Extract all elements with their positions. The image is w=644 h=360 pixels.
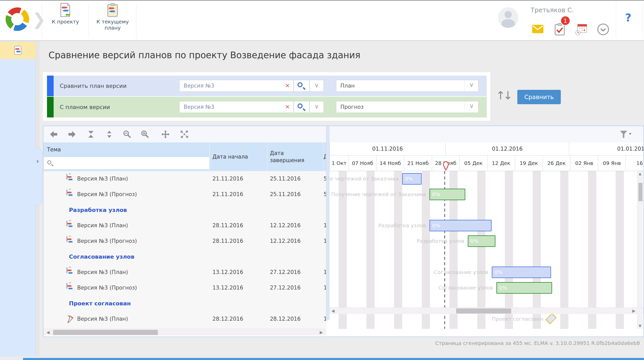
scrollbar-right-arrow[interactable]: ▶ [320, 330, 323, 335]
more-menu-icon[interactable] [597, 23, 609, 35]
table-row[interactable]: Версия №3 (Прогноз)28.11.201612.12.20161… [43, 233, 326, 249]
fit-screen-icon[interactable] [180, 130, 188, 138]
bar-progress-value: 0% [497, 283, 552, 293]
zoom-in-icon[interactable] [141, 130, 149, 138]
group-row[interactable]: Разработка узлов [43, 202, 326, 218]
table-row[interactable]: Версия №3 (План)28.11.201612.12.201615 [43, 218, 326, 233]
chevron-down-icon: ∨ [314, 82, 319, 89]
row-end-date: 25.11.2016 [270, 187, 301, 202]
compare-button[interactable]: Сравнить [517, 90, 561, 104]
grid-horizontal-scrollbar[interactable]: ◀ ▶ [43, 329, 326, 335]
filter-icon[interactable] [619, 130, 631, 138]
plan-type2-select[interactable]: Прогноз ∨ [336, 101, 479, 113]
table-row[interactable]: Версия №3 (Прогноз)13.12.201627.12.20161… [43, 280, 326, 296]
messages-icon[interactable] [532, 25, 543, 33]
header-separator [89, 3, 89, 38]
help-button[interactable]: ? [625, 11, 631, 24]
tasks-badge: 1 [560, 16, 570, 26]
gantt-bar-blue[interactable]: 0% [430, 220, 492, 231]
gantt-week-label: 02 Янв [570, 155, 598, 171]
bar-progress-value: 0% [468, 236, 495, 246]
expand-rows-icon[interactable] [105, 130, 113, 138]
swap-versions-button[interactable]: ↑↓ [496, 89, 511, 104]
column-separator [209, 142, 210, 171]
plan-type2-value: Прогноз [340, 104, 364, 110]
to-current-plan-button[interactable]: К текущему плану [89, 3, 136, 39]
comparison-panel: Тема Дата начала Дата завершения Д Верси… [43, 126, 644, 337]
row-start-date: 28.12.2016 [212, 327, 243, 329]
user-avatar[interactable] [498, 7, 518, 28]
elma-logo-icon[interactable] [6, 7, 29, 31]
table-row[interactable]: Версия №3 (План)21.11.201625.11.20165 [43, 171, 326, 187]
gantt-week-label: 12 Дек [487, 155, 515, 171]
version1-search-button[interactable] [294, 80, 309, 92]
scroll-right-icon[interactable] [68, 130, 76, 138]
scrollbar-left-arrow[interactable]: ◀ [331, 308, 335, 313]
collapse-rows-icon[interactable] [87, 130, 95, 138]
gantt-week-label: 1 Окт [329, 155, 349, 171]
group-row[interactable]: Согласование узлов [43, 249, 326, 265]
search-icon [297, 103, 303, 109]
panel-splitter[interactable] [326, 126, 329, 320]
theme-search-input[interactable] [43, 157, 209, 170]
plan-version-icon [66, 221, 67, 226]
pan-icon[interactable] [161, 130, 170, 138]
gantt-vertical-scrollbar[interactable]: ▲▼ [637, 171, 643, 329]
to-project-button[interactable]: К проекту [42, 3, 89, 39]
gantt-milestone-diamond[interactable] [545, 313, 557, 325]
scrollbar-up-arrow[interactable]: ▲ [639, 172, 641, 176]
table-row[interactable]: Версия №3 (Прогноз)28.12.201628.12.20161 [43, 327, 326, 329]
scroll-left-icon[interactable] [50, 130, 58, 138]
user-name[interactable]: Третьяков С. [531, 6, 574, 14]
sidebar-tab-plan-compare[interactable] [0, 42, 36, 59]
version1-value: Версия №3 [184, 83, 214, 89]
version2-search-button[interactable] [294, 101, 309, 113]
gantt-week-row: 1 Окт07 Нояб14 Нояб21 Нояб28 Нояб05 Дек1… [329, 155, 643, 171]
column-header-start[interactable]: Дата начала [212, 142, 264, 171]
gantt-horizontal-scrollbar[interactable]: ◀ ▶ [329, 307, 643, 314]
select-chevron: ∨ [464, 101, 478, 113]
version1-input[interactable]: Версия №3 ✕ [179, 80, 294, 92]
scrollbar-thumb[interactable] [638, 183, 642, 201]
scrollbar-thumb[interactable] [456, 308, 511, 314]
scrollbar-left-arrow[interactable]: ◀ [46, 330, 50, 335]
table-row[interactable]: Версия №3 (План)28.12.201628.12.20161 [43, 311, 326, 327]
group-row[interactable]: Проект согласован [43, 296, 326, 311]
row-title: Версия №3 (План) [77, 265, 128, 280]
plan-version-icon [66, 174, 67, 179]
row-start-date: 28.11.2016 [212, 233, 243, 249]
gantt-bar-green[interactable]: 0% [496, 282, 552, 294]
to-current-plan-label: К текущему плану [92, 19, 133, 31]
row-end-date: 27.12.2016 [270, 265, 301, 280]
zoom-out-icon[interactable] [123, 130, 131, 138]
row-end-date: 28.12.2016 [270, 311, 301, 327]
gantt-bar-blue[interactable]: 0% [402, 173, 422, 185]
clear-icon[interactable]: ✕ [285, 101, 290, 113]
column-header-end[interactable]: Дата завершения [270, 142, 308, 171]
gantt-milestone-diamond[interactable] [545, 329, 557, 329]
gantt-bar-blue[interactable]: 0% [492, 267, 551, 278]
scrollbar-thumb[interactable] [53, 330, 158, 335]
row-title: Версия №3 (Прогноз) [77, 280, 137, 296]
sidebar-expand-handle[interactable]: › [35, 147, 42, 206]
plan-type1-value: План [340, 83, 355, 89]
clear-icon[interactable]: ✕ [285, 80, 290, 91]
scrollbar-right-arrow[interactable]: ▶ [632, 308, 635, 313]
gantt-week-label: 09 Янв [598, 155, 626, 171]
gantt-bar-green[interactable]: 0% [430, 189, 465, 200]
plan-type1-select[interactable]: План ∨ [336, 80, 479, 92]
row-duration: 15 [324, 218, 326, 233]
table-row[interactable]: Версия №3 (План)13.12.201627.12.201615 [43, 265, 326, 280]
version1-dropdown-button[interactable]: ∨ [309, 80, 324, 92]
column-header-theme[interactable]: Тема [47, 147, 61, 153]
column-header-duration[interactable]: Д [324, 142, 326, 171]
row-title: Версия №3 (План) [77, 218, 128, 233]
gantt-bar-green[interactable]: 0% [468, 235, 495, 247]
version2-dropdown-button[interactable]: ∨ [309, 101, 324, 113]
calendar-icon[interactable] [575, 24, 587, 35]
version2-input[interactable]: Версия №3 ✕ [179, 101, 294, 113]
table-row[interactable]: Версия №3 (Прогноз)21.11.201625.11.20165 [43, 187, 326, 202]
today-marker-pin [443, 161, 449, 171]
chevron-down-icon: ∨ [314, 103, 319, 110]
scrollbar-down-arrow[interactable]: ▼ [639, 324, 641, 328]
